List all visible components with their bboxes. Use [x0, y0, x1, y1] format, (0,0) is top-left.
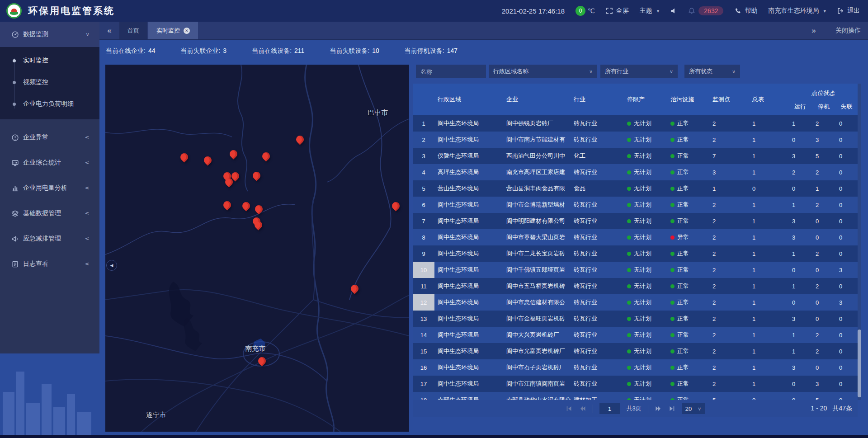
cell-region: 阆中生态环境局 [434, 376, 502, 392]
table-row[interactable]: 9阆中生态环境局阆中市二龙长宝页岩砖砖瓦行业无计划正常21120 [413, 245, 858, 262]
table-row[interactable]: 2阆中生态环境局阆中市南方节能建材有砖瓦行业无计划正常21030 [413, 132, 858, 148]
status-select[interactable]: 所有状态 [684, 65, 740, 78]
table-scrollbar[interactable] [858, 84, 861, 400]
cell-monitor-points: 2 [708, 132, 748, 148]
table-row[interactable]: 5营山生态环境局营山县润丰肉食品有限食品无计划正常10010 [413, 180, 858, 197]
table-row[interactable]: 6阆中生态环境局阆中市金博瑞新型墙材砖瓦行业无计划正常21120 [413, 197, 858, 213]
cell-region: 阆中生态环境局 [434, 343, 502, 359]
table-row[interactable]: 17阆中生态环境局阆中市江南镇阆南页岩砖瓦行业无计划正常21030 [413, 376, 858, 392]
organization-dropdown[interactable]: 南充市生态环境局 [768, 7, 826, 15]
tab-item[interactable]: 首页 [119, 22, 147, 39]
cell-region: 阆中生态环境局 [434, 213, 502, 229]
sidebar-subitem[interactable]: 视频监控 [0, 71, 99, 93]
tab-list: 首页实时监控 [119, 22, 199, 39]
theme-dropdown[interactable]: 主题 [640, 7, 660, 15]
cell-total-meters: 1 [748, 115, 788, 132]
table-row[interactable]: 12阆中生态环境局阆中市忠信建材有限公砖瓦行业无计划正常21003 [413, 294, 858, 311]
stat-item: 当前失联企业:3 [180, 47, 226, 55]
table-row[interactable]: 16阆中生态环境局阆中市石子页岩机砖厂砖瓦行业无计划正常21300 [413, 359, 858, 376]
tabs-scroll-right-icon[interactable] [804, 26, 824, 35]
industry-select[interactable]: 所有行业 [600, 65, 678, 78]
map-pin[interactable] [223, 201, 231, 209]
close-operations-button[interactable]: 关闭操作 [835, 27, 861, 35]
status-select-value: 所有状态 [689, 67, 712, 75]
cell-limit-production: 无计划 [622, 115, 665, 132]
sidebar-item[interactable]: 企业用电量分析∨ [0, 175, 99, 201]
map-panel[interactable]: 巴中市南充市遂宁市 [105, 65, 409, 432]
table-row[interactable]: 15阆中生态环境局阆中市光富页岩机砖厂砖瓦行业无计划正常21120 [413, 343, 858, 359]
table-row[interactable]: 3仪陇生态环境局西南油气田分公司川中化工无计划正常71350 [413, 148, 858, 164]
sidebar-item[interactable]: 企业异常∨ [0, 125, 99, 150]
sidebar-subitem[interactable]: 企业电力负荷明细 [0, 93, 99, 115]
map-pin[interactable] [262, 152, 270, 160]
alert-circle-icon [11, 134, 19, 141]
tab-item[interactable]: 实时监控 [148, 22, 198, 39]
cell-running: 1 [788, 278, 812, 294]
logout-button[interactable]: 退出 [837, 7, 860, 15]
cell-industry: 建材加工 [571, 392, 622, 400]
cell-disconnected: 0 [835, 327, 858, 343]
map-pin[interactable] [255, 205, 263, 213]
limit-text: 无计划 [634, 152, 651, 160]
tabs-scroll-left-icon[interactable] [99, 22, 119, 39]
help-button[interactable]: 帮助 [734, 7, 757, 15]
map-pin[interactable] [258, 357, 266, 365]
next-page-icon[interactable] [655, 405, 662, 412]
scrollbar-thumb[interactable] [858, 330, 861, 397]
sidebar-item[interactable]: 数据监测∨ [0, 22, 99, 47]
table-row[interactable]: 7阆中生态环境局阆中明阳建材有限公司砖瓦行业无计划正常21300 [413, 213, 858, 229]
map-pin[interactable] [204, 156, 212, 164]
table-row[interactable]: 8阆中生态环境局阆中市枣碧大梁山页岩砖瓦行业无计划异常21300 [413, 229, 858, 245]
page-number-input[interactable] [599, 403, 620, 414]
first-page-icon[interactable] [566, 405, 573, 412]
cell-limit-production: 无计划 [622, 164, 665, 180]
status-dot-icon [627, 252, 631, 256]
sidebar-subitem[interactable]: 实时监控 [0, 50, 99, 71]
status-dot-icon [670, 382, 675, 386]
map-pin[interactable] [225, 178, 233, 186]
tab-close-icon[interactable] [184, 28, 190, 34]
speaker-icon[interactable] [670, 7, 677, 14]
table-row[interactable]: 10阆中生态环境局阆中千佛镇五郎垭页岩砖瓦行业无计划正常21003 [413, 262, 858, 278]
status-dot-icon [670, 219, 675, 223]
map-pin[interactable] [392, 202, 400, 210]
point-status-group-label: 点位状态 [788, 84, 858, 98]
cell-limit-production: 无计划 [622, 132, 665, 148]
map-pin[interactable] [255, 221, 262, 229]
table-row[interactable]: 13阆中生态环境局阆中市金福旺页岩机砖砖瓦行业无计划正常21300 [413, 311, 858, 327]
cell-company: 阆中明阳建材有限公司 [502, 213, 571, 229]
sidebar-item[interactable]: 日志查看∨ [0, 251, 99, 277]
table-row[interactable]: 11阆中生态环境局阆中市五马桥页岩机砖砖瓦行业无计划正常21120 [413, 278, 858, 294]
table-row[interactable]: 1阆中生态环境局阆中强锐页岩砖厂砖瓦行业无计划正常21120 [413, 115, 858, 132]
facility-text: 正常 [677, 331, 689, 339]
notification-widget[interactable]: 2632 [688, 6, 723, 15]
map-pin[interactable] [180, 153, 188, 161]
status-dot-icon [670, 122, 675, 126]
table-row[interactable]: 18南部生态环境局南部县砖华山水泥有限公建材加工无计划正常50050 [413, 392, 858, 400]
cell-pollution-facility: 正常 [665, 327, 708, 343]
status-dot-icon [627, 349, 631, 353]
panel-collapse-button[interactable] [106, 260, 117, 271]
cell-pollution-facility: 正常 [665, 245, 708, 262]
page-size-select[interactable]: 20 [682, 403, 705, 414]
cell-monitor-points: 1 [708, 180, 748, 197]
name-search-input[interactable] [416, 65, 486, 78]
map-pin[interactable] [242, 202, 250, 210]
right-panel: 行政区域名称 所有行业 所有状态 行政区域企业行业停限产治污设施监测点总表点位状… [413, 65, 861, 432]
sidebar-item[interactable]: 应急减排管理∨ [0, 226, 99, 251]
fullscreen-button[interactable]: 全屏 [606, 7, 629, 15]
sidebar-item[interactable]: 基础数据管理∨ [0, 201, 99, 226]
status-dot-icon [627, 219, 631, 223]
cell-company: 南充市高坪区王家店建 [502, 164, 571, 180]
table-row[interactable]: 14阆中生态环境局阆中大兴页岩机砖厂砖瓦行业无计划正常21120 [413, 327, 858, 343]
sidebar-item[interactable]: 企业综合统计∨ [0, 150, 99, 175]
map-pin[interactable] [296, 136, 304, 143]
table-row[interactable]: 4高坪生态环境局南充市高坪区王家店建砖瓦行业无计划正常31220 [413, 164, 858, 180]
region-select[interactable]: 行政区域名称 [489, 65, 597, 78]
prev-page-icon[interactable] [579, 405, 586, 412]
map-pin[interactable] [253, 172, 260, 179]
status-dot-icon [627, 138, 631, 142]
last-page-icon[interactable] [668, 405, 675, 412]
map-pin[interactable] [230, 150, 237, 158]
map-pin[interactable] [351, 285, 359, 292]
